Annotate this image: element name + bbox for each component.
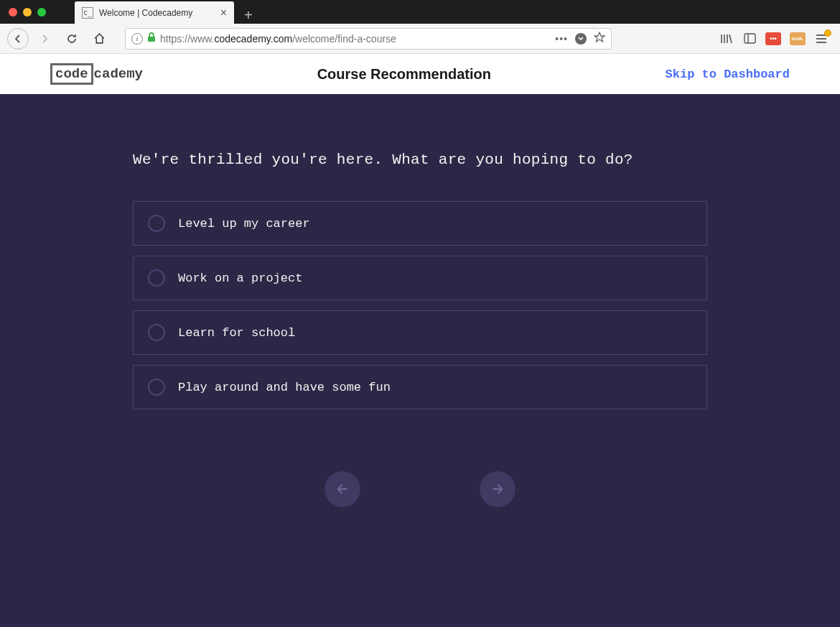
url-path: /welcome/find-a-course: [292, 33, 396, 45]
window-minimize-button[interactable]: [23, 8, 32, 17]
url-text: https://www.codecademy.com/welcome/find-…: [160, 33, 551, 45]
notification-badge-icon: [824, 29, 831, 37]
main-content: We're thrilled you're here. What are you…: [0, 94, 840, 627]
nav-back-button[interactable]: [7, 28, 29, 50]
url-actions: •••: [555, 32, 605, 45]
onboarding-content: We're thrilled you're here. What are you…: [133, 152, 707, 507]
svg-rect-1: [745, 34, 755, 43]
option-label: Play around and have some fun: [178, 381, 391, 394]
extension-lastpass-icon[interactable]: •••: [765, 32, 781, 45]
window-maximize-button[interactable]: [37, 8, 46, 17]
tab-favicon-icon: c_: [82, 7, 93, 19]
radio-icon: [148, 324, 165, 341]
library-icon[interactable]: [719, 32, 734, 45]
url-domain: codecademy.com: [214, 33, 292, 45]
logo-boxed-text: code: [55, 66, 88, 82]
window-controls: [0, 8, 46, 17]
browser-tab-strip: c_ Welcome | Codecademy × +: [0, 0, 840, 24]
extension-saml-icon[interactable]: SAML: [790, 32, 806, 45]
previous-button[interactable]: [325, 471, 360, 507]
next-button[interactable]: [480, 471, 515, 507]
codecademy-logo[interactable]: codecademy: [50, 63, 143, 85]
toolbar-right: ••• SAML: [719, 32, 829, 45]
window-close-button[interactable]: [9, 8, 17, 17]
svg-rect-0: [148, 37, 155, 42]
logo-box: code: [50, 63, 93, 85]
logo-rest-text: cademy: [94, 66, 143, 82]
url-bar[interactable]: i https://www.codecademy.com/welcome/fin…: [125, 28, 612, 50]
nav-forward-button[interactable]: [33, 27, 56, 50]
radio-icon: [148, 378, 165, 396]
sidebar-toggle-icon[interactable]: [742, 32, 757, 45]
url-prefix: https://www.: [160, 33, 214, 45]
lock-icon: [147, 32, 156, 45]
site-header: codecademy Course Recommendation Skip to…: [0, 54, 840, 94]
option-label: Work on a project: [178, 271, 302, 285]
option-level-up-career[interactable]: Level up my career: [133, 201, 707, 246]
nav-home-button[interactable]: [88, 27, 111, 50]
option-work-on-project[interactable]: Work on a project: [133, 256, 707, 300]
navigation-arrows: [133, 471, 707, 507]
page-actions-icon[interactable]: •••: [555, 33, 568, 45]
skip-to-dashboard-link[interactable]: Skip to Dashboard: [666, 68, 790, 81]
browser-toolbar: i https://www.codecademy.com/welcome/fin…: [0, 24, 840, 54]
nav-reload-button[interactable]: [60, 27, 83, 50]
arrow-right-icon: [490, 481, 505, 497]
option-label: Learn for school: [178, 326, 295, 340]
option-learn-for-school[interactable]: Learn for school: [133, 310, 707, 355]
new-tab-button[interactable]: +: [244, 7, 253, 24]
browser-tab[interactable]: c_ Welcome | Codecademy ×: [75, 1, 234, 24]
site-info-icon[interactable]: i: [131, 33, 143, 45]
pocket-icon[interactable]: [575, 33, 587, 45]
hamburger-menu-button[interactable]: [814, 32, 829, 45]
radio-icon: [148, 215, 165, 232]
tab-close-icon[interactable]: ×: [220, 6, 227, 19]
tab-bar: c_ Welcome | Codecademy × +: [75, 0, 253, 24]
tab-title: Welcome | Codecademy: [99, 8, 215, 18]
page-title: Course Recommendation: [317, 66, 491, 83]
radio-icon: [148, 269, 165, 287]
option-label: Level up my career: [178, 217, 310, 231]
arrow-left-icon: [335, 481, 350, 497]
option-play-around[interactable]: Play around and have some fun: [133, 365, 707, 409]
bookmark-star-icon[interactable]: [594, 32, 605, 45]
options-list: Level up my career Work on a project Lea…: [133, 201, 707, 409]
onboarding-question: We're thrilled you're here. What are you…: [133, 152, 707, 168]
